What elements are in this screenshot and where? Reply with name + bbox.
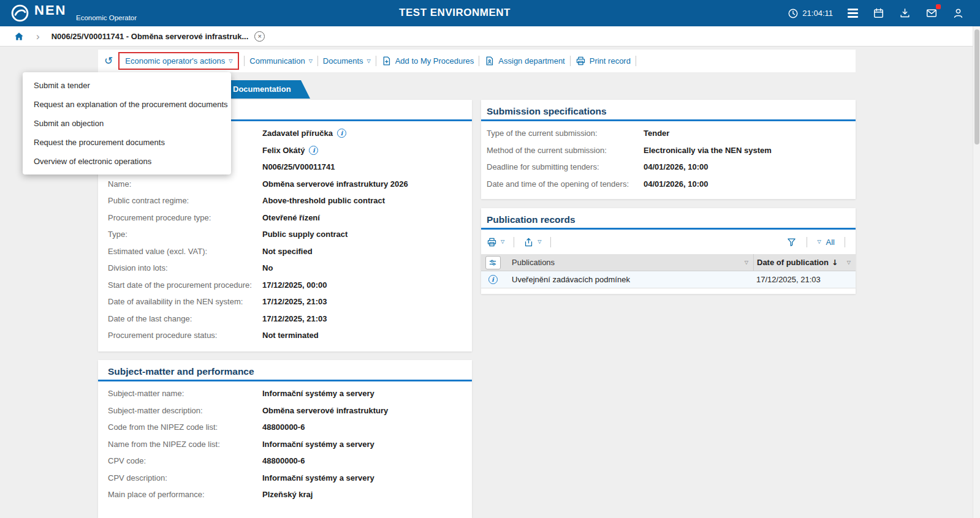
info-icon[interactable]: i [337,129,346,138]
toolbar-separator [845,237,845,247]
detail-row: Estimated value (excl. VAT): Not specifi… [98,243,472,260]
field-value: Plzeňský kraj [262,490,313,499]
detail-row: Division into lots: No [98,260,472,277]
record-toolbar: ↺ Economic operator's actions ▽ Communic… [98,50,856,72]
menu-item-request-procurement-documents[interactable]: Request the procurement documents [23,133,231,152]
field-label: CPV description: [108,473,262,482]
chevron-down-icon: ▽ [229,59,232,64]
breadcrumb: › N006/25/V00011741 - Obměna serverové i… [0,26,980,47]
field-label: Public contract regime: [108,196,262,205]
detail-row: Type of the current submission: Tender [481,125,856,142]
detail-row: Date and time of the opening of tenders:… [481,176,856,193]
detail-row: Type: Public supply contract [98,226,472,243]
print-record-button[interactable]: Print record [575,56,631,66]
add-to-my-procedures-button[interactable]: Add to My Procedures [381,56,474,66]
menu-item-submit-an-objection[interactable]: Submit an objection [23,114,231,133]
user-icon[interactable] [952,7,964,19]
home-icon[interactable] [13,31,25,42]
toolbar-separator [570,56,571,66]
toolbar-separator [807,237,807,247]
clock-icon [788,8,799,19]
menu-icon[interactable] [848,9,858,17]
close-icon[interactable]: × [254,31,265,42]
toolbar-separator [376,56,376,66]
vertical-scrollbar[interactable] [973,26,980,518]
field-value: 17/12/2025, 00:00 [262,280,327,290]
detail-row: Code from the NIPEZ code list: 48800000-… [98,419,472,436]
field-value: N006/25/V00011741 [262,162,335,171]
field-value: Not terminated [262,331,319,340]
assign-department-label: Assign department [498,56,564,66]
field-value-text: Felix Okátý [262,146,305,155]
subject-matter-rows: Subject-matter name: Informační systémy … [98,381,472,503]
documents-button[interactable]: Documents ▽ [323,56,371,66]
submission-specifications-rows: Type of the current submission: Tender M… [481,121,856,192]
chevron-down-icon[interactable]: ▽ [817,239,821,244]
filter-icon[interactable] [786,237,797,247]
download-icon[interactable] [899,7,911,19]
column-header-label: Publications [512,258,555,267]
menu-item-request-explanation[interactable]: Request an explanation of the procuremen… [23,95,231,114]
chevron-down-icon: ▽ [367,59,371,64]
calendar-icon[interactable] [873,7,884,19]
document-plus-icon [381,56,392,66]
toolbar-separator [636,56,636,66]
toolbar-separator [550,237,551,247]
detail-row: Date of availability in the NEN system: … [98,293,472,310]
subject-matter-card: Subject-matter and performance Subject-m… [98,360,472,518]
publications-table-header: Publications ▽ Date of publication ↓ ▽ [481,254,856,271]
notification-badge [936,4,941,9]
field-value: 04/01/2026, 10:00 [644,162,708,171]
chevron-down-icon[interactable]: ▽ [537,239,541,244]
field-value-text: Zadavatel příručka [262,129,333,138]
messages-icon[interactable] [925,7,938,19]
row-info-cell: i [481,275,504,284]
filter-all-link[interactable]: All [826,238,835,247]
publication-name-cell: Uveřejnění zadávacích podmínek [504,275,753,284]
clock-display: 21:04:11 [788,8,833,19]
field-value: Obměna serverové infrastruktury 2026 [262,179,408,189]
logo-text: NEN [34,2,66,18]
field-label: Date of availability in the NEN system: [108,297,262,306]
assign-department-button[interactable]: Assign department [484,56,564,66]
publication-table-row[interactable]: i Uveřejnění zadávacích podmínek 17/12/2… [481,271,856,288]
field-label: Name: [108,179,262,189]
menu-item-submit-a-tender[interactable]: Submit a tender [23,76,231,95]
publication-records-toolbar: ▽ ▽ ▽ All [481,230,856,254]
info-icon[interactable]: i [309,146,318,155]
chevron-down-icon[interactable]: ▽ [847,260,851,265]
detail-row: Start date of the procurement procedure:… [98,277,472,294]
chevron-down-icon[interactable]: ▽ [501,239,504,244]
printer-icon [487,237,497,247]
field-label: Division into lots: [108,263,262,272]
export-icon [523,237,534,247]
field-value: Informační systémy a servery [262,440,374,449]
export-table-button[interactable]: ▽ [523,237,541,247]
detail-row: Procurement procedure status: Not termin… [98,327,472,344]
field-value: Not specified [262,247,313,256]
sort-descending-icon[interactable]: ↓ [832,258,838,267]
detail-row: Name from the NIPEZ code list: Informačn… [98,436,472,453]
chevron-down-icon[interactable]: ▽ [745,260,748,265]
field-value: 17/12/2025, 21:03 [262,314,327,323]
economic-operators-actions-label: Economic operator's actions [125,56,225,66]
column-header-publications[interactable]: Publications ▽ [504,258,753,267]
detail-row: Subject-matter description: Obměna serve… [98,402,472,419]
column-settings-icon[interactable] [485,256,501,269]
field-label: Start date of the procurement procedure: [108,280,262,290]
info-icon[interactable]: i [488,275,498,284]
column-header-date-of-publication[interactable]: Date of publication ↓ ▽ [753,254,856,271]
field-value: Electronically via the NEN system [644,146,772,155]
economic-operators-actions-button[interactable]: Economic operator's actions ▽ [118,52,239,70]
communication-button[interactable]: Communication ▽ [249,56,312,66]
history-icon[interactable]: ↺ [104,56,113,66]
field-value: 17/12/2025, 21:03 [262,297,327,306]
field-label: Subject-matter name: [108,389,262,398]
print-table-button[interactable]: ▽ [487,237,504,247]
menu-item-overview-electronic-operations[interactable]: Overview of electronic operations [23,152,231,171]
breadcrumb-item[interactable]: N006/25/V00011741 - Obměna serverové inf… [51,32,249,41]
scrollbar-thumb[interactable] [974,29,979,145]
nen-logo-icon [10,3,30,23]
detail-row: CPV description: Informační systémy a se… [98,470,472,487]
subject-matter-title: Subject-matter and performance [98,360,472,381]
